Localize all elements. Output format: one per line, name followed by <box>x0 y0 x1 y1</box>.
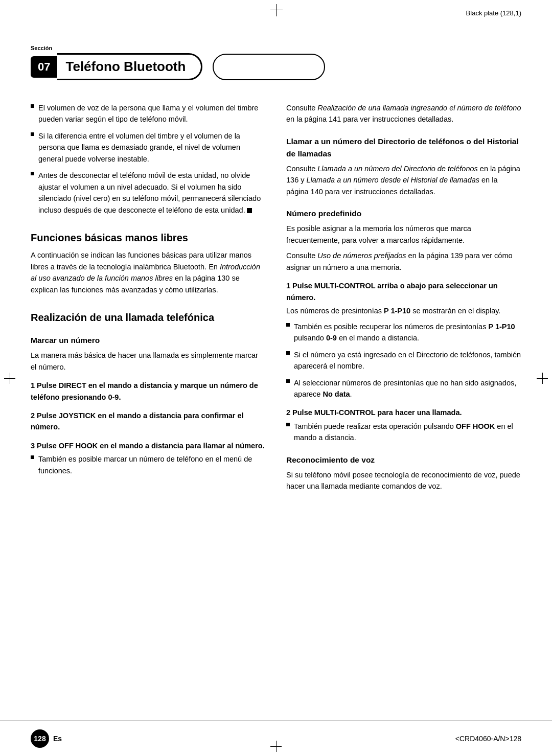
step4-bullet1: También es posible recuperar los números… <box>286 321 521 344</box>
footer-lang: Es <box>53 735 62 743</box>
section3-italic2: Llamada a un número desde el Historial d… <box>307 176 480 184</box>
step4-bold2: P 1-P10 <box>488 323 515 331</box>
bullet-item-1: El volumen de voz de la persona que llam… <box>31 102 266 125</box>
right-intro-para: Consulte Realización de una llamada ingr… <box>286 102 521 125</box>
section1-heading: Funciones básicas manos libres <box>31 231 266 244</box>
footer-right: <CRD4060-A/N>128 <box>455 735 521 743</box>
bullet-text-2: Si la diferencia entre el volumen del ti… <box>38 130 266 165</box>
step5-bullet: También puede realizar esta operación pu… <box>286 421 521 444</box>
bullet-icon-2 <box>31 132 34 136</box>
step4-text: Los números de presintonías P 1-P10 se m… <box>286 305 521 316</box>
chapter-right-decoration <box>213 54 325 80</box>
step3-bullet-icon <box>31 455 34 459</box>
section3-italic1: Llamada a un número del Directorio de te… <box>317 165 478 173</box>
step4-bullet3: Al seleccionar números de presintonías q… <box>286 377 521 400</box>
step5-bold: OFF HOOK <box>456 422 495 430</box>
page: Black plate (128,1) Sección 07 Teléfono <box>0 0 552 756</box>
page-number-badge: 128 <box>31 729 49 748</box>
section3-text: Consulte Llamada a un número del Directo… <box>286 163 521 197</box>
bullet-item-2: Si la diferencia entre el volumen del ti… <box>31 130 266 165</box>
step4-nodata-bold: No data <box>323 390 350 398</box>
bullet-icon-3 <box>31 172 34 175</box>
footer: 128 Es <CRD4060-A/N>128 <box>0 720 552 756</box>
step4-bullet2-icon <box>286 351 290 355</box>
step4-bullet3-icon <box>286 379 290 383</box>
end-marker <box>247 208 252 213</box>
step3-bullet-text: También es posible marcar un número de t… <box>38 453 266 476</box>
step4-bold: P 1-P10 <box>384 307 410 315</box>
top-right-label: Black plate (128,1) <box>466 9 521 17</box>
footer-left: 128 Es <box>31 729 62 748</box>
section4-text2: Consulte Uso de números prefijados en la… <box>286 250 521 273</box>
crosshair-top-center <box>270 4 282 15</box>
section-label: Sección <box>31 45 52 51</box>
section4-heading: Número predefinido <box>286 208 521 220</box>
step5-heading-text: 2 Pulse MULTI-CONTROL para hacer una lla… <box>286 408 462 417</box>
step2-heading: 2 Pulse JOYSTICK en el mando a distancia… <box>31 410 266 433</box>
step3-heading-text: 3 Pulse OFF HOOK en el mando a distancia… <box>31 442 265 450</box>
bullet-icon-1 <box>31 104 34 108</box>
step4-bullet2: Si el número ya está ingresado en el Dir… <box>286 349 521 372</box>
step4-heading-text: 1 Pulse MULTI-CONTROL arriba o abajo par… <box>286 282 498 301</box>
section3-heading: Llamar a un número del Directorio de tel… <box>286 135 521 160</box>
left-column: El volumen de voz de la persona que llam… <box>31 102 266 715</box>
section1-intro: A continuación se indican las funciones … <box>31 249 266 295</box>
section5-text: Si su teléfono móvil posee tecnología de… <box>286 469 521 492</box>
step1-heading-text: 1 Pulse DIRECT en el mando a distancia y… <box>31 381 258 401</box>
section3-heading-text: Llamar a un número del Directorio de tel… <box>286 137 519 158</box>
step4-bullet2-text: Si el número ya está ingresado en el Dir… <box>294 349 521 372</box>
subsection1-heading: Marcar un número <box>31 334 266 347</box>
step3-bullet-item: También es posible marcar un número de t… <box>31 453 266 476</box>
chapter-header: 07 Teléfono Bluetooth <box>31 53 325 80</box>
step3-heading: 3 Pulse OFF HOOK en el mando a distancia… <box>31 440 266 451</box>
right-intro-italic: Realización de una llamada ingresando el… <box>317 104 521 112</box>
section4-italic: Uso de números prefijados <box>317 251 406 260</box>
chapter-number: 07 <box>31 56 57 78</box>
step5-heading: 2 Pulse MULTI-CONTROL para hacer una lla… <box>286 407 521 418</box>
step4-bullet3-text: Al seleccionar números de presintonías q… <box>294 377 521 400</box>
content-area: El volumen de voz de la persona que llam… <box>31 102 521 715</box>
step4-heading: 1 Pulse MULTI-CONTROL arriba o abajo par… <box>286 280 521 303</box>
step4-bullet1-text: También es posible recuperar los números… <box>294 321 521 344</box>
section1-intro-italic: Introducción al uso avanzado de la funci… <box>31 263 260 282</box>
step5-bullet-text: También puede realizar esta operación pu… <box>294 421 521 444</box>
bullet-text-3: Antes de desconectar el teléfono móvil d… <box>38 170 266 216</box>
step2-heading-text: 2 Pulse JOYSTICK en el mando a distancia… <box>31 411 244 431</box>
bullet-text-1: El volumen de voz de la persona que llam… <box>38 102 266 125</box>
crosshair-left-center <box>4 373 15 384</box>
step4-bullet1-icon <box>286 323 290 327</box>
section2-heading: Realización de una llamada telefónica <box>31 311 266 324</box>
step1-heading: 1 Pulse DIRECT en el mando a distancia y… <box>31 380 266 403</box>
right-column: Consulte Realización de una llamada ingr… <box>286 102 521 715</box>
crosshair-right-center <box>537 373 548 384</box>
chapter-title: Teléfono Bluetooth <box>57 53 202 80</box>
bullet-item-3: Antes de desconectar el teléfono móvil d… <box>31 170 266 216</box>
step5-bullet-icon <box>286 423 290 426</box>
subsection1-text: La manera más básica de hacer una llamad… <box>31 350 266 373</box>
step4-bold3: 0-9 <box>326 334 337 342</box>
section4-text1: Es posible asignar a la memoria los núme… <box>286 223 521 246</box>
section5-heading: Reconocimiento de voz <box>286 454 521 466</box>
